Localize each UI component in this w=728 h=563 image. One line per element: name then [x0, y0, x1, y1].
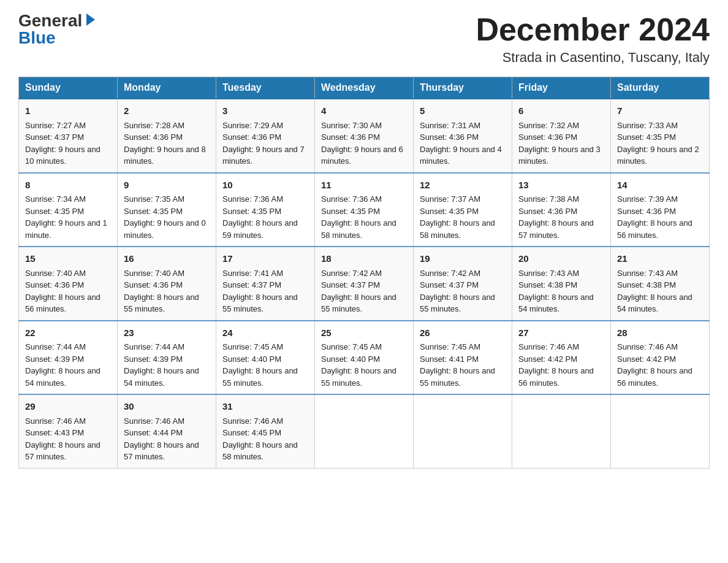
header-thursday: Thursday: [414, 77, 512, 99]
day-info: Sunrise: 7:31 AMSunset: 4:36 PMDaylight:…: [420, 121, 502, 166]
week-row-5: 29Sunrise: 7:46 AMSunset: 4:43 PMDayligh…: [19, 394, 710, 468]
header-saturday: Saturday: [611, 77, 710, 99]
logo-triangle-icon: [86, 13, 95, 26]
calendar-cell: 8Sunrise: 7:34 AMSunset: 4:35 PMDaylight…: [19, 173, 118, 247]
day-number: 2: [124, 104, 210, 118]
day-info: Sunrise: 7:40 AMSunset: 4:36 PMDaylight:…: [124, 269, 199, 314]
day-number: 12: [420, 178, 506, 193]
day-info: Sunrise: 7:39 AMSunset: 4:36 PMDaylight:…: [617, 194, 692, 240]
day-number: 29: [25, 400, 111, 414]
day-number: 18: [321, 252, 407, 266]
header-monday: Monday: [118, 77, 216, 99]
header-tuesday: Tuesday: [216, 77, 315, 99]
day-info: Sunrise: 7:37 AMSunset: 4:35 PMDaylight:…: [420, 194, 495, 240]
day-info: Sunrise: 7:43 AMSunset: 4:38 PMDaylight:…: [617, 269, 692, 314]
day-info: Sunrise: 7:28 AMSunset: 4:36 PMDaylight:…: [124, 121, 206, 166]
day-info: Sunrise: 7:42 AMSunset: 4:37 PMDaylight:…: [420, 269, 495, 314]
day-number: 26: [420, 326, 506, 340]
calendar-cell: 15Sunrise: 7:40 AMSunset: 4:36 PMDayligh…: [19, 247, 118, 321]
calendar-cell: 14Sunrise: 7:39 AMSunset: 4:36 PMDayligh…: [611, 173, 710, 247]
day-number: 17: [222, 252, 308, 266]
calendar-cell: [315, 394, 414, 468]
calendar-cell: 11Sunrise: 7:36 AMSunset: 4:35 PMDayligh…: [315, 173, 414, 247]
day-info: Sunrise: 7:32 AMSunset: 4:36 PMDaylight:…: [518, 121, 601, 166]
day-info: Sunrise: 7:46 AMSunset: 4:45 PMDaylight:…: [222, 416, 298, 462]
day-number: 8: [25, 178, 111, 193]
day-number: 19: [420, 252, 506, 266]
week-row-4: 22Sunrise: 7:44 AMSunset: 4:39 PMDayligh…: [19, 321, 710, 395]
title-block: December 2024 Strada in Casentino, Tusca…: [476, 12, 710, 66]
day-number: 25: [321, 326, 407, 340]
calendar-cell: 25Sunrise: 7:45 AMSunset: 4:40 PMDayligh…: [315, 321, 414, 395]
header-friday: Friday: [512, 77, 611, 99]
day-info: Sunrise: 7:36 AMSunset: 4:35 PMDaylight:…: [321, 194, 396, 240]
day-number: 10: [222, 178, 308, 193]
calendar-cell: 29Sunrise: 7:46 AMSunset: 4:43 PMDayligh…: [19, 394, 118, 468]
logo-general-text: General: [18, 12, 82, 29]
day-number: 15: [25, 252, 111, 266]
day-number: 11: [321, 178, 407, 193]
calendar-cell: 26Sunrise: 7:45 AMSunset: 4:41 PMDayligh…: [414, 321, 512, 395]
page-header: General Blue December 2024 Strada in Cas…: [18, 12, 710, 66]
calendar-cell: 4Sunrise: 7:30 AMSunset: 4:36 PMDaylight…: [315, 99, 414, 173]
day-info: Sunrise: 7:42 AMSunset: 4:37 PMDaylight:…: [321, 269, 396, 314]
calendar-cell: 2Sunrise: 7:28 AMSunset: 4:36 PMDaylight…: [118, 99, 216, 173]
calendar-cell: 27Sunrise: 7:46 AMSunset: 4:42 PMDayligh…: [512, 321, 611, 395]
day-info: Sunrise: 7:46 AMSunset: 4:44 PMDaylight:…: [124, 416, 199, 462]
location-title: Strada in Casentino, Tuscany, Italy: [476, 50, 710, 66]
calendar-cell: 10Sunrise: 7:36 AMSunset: 4:35 PMDayligh…: [216, 173, 315, 247]
day-number: 3: [222, 104, 308, 118]
day-number: 13: [518, 178, 604, 193]
calendar-cell: 31Sunrise: 7:46 AMSunset: 4:45 PMDayligh…: [216, 394, 315, 468]
month-title: December 2024: [476, 12, 710, 47]
calendar-cell: 19Sunrise: 7:42 AMSunset: 4:37 PMDayligh…: [414, 247, 512, 321]
day-number: 16: [124, 252, 210, 266]
day-number: 24: [222, 326, 308, 340]
calendar-cell: 21Sunrise: 7:43 AMSunset: 4:38 PMDayligh…: [611, 247, 710, 321]
day-info: Sunrise: 7:43 AMSunset: 4:38 PMDaylight:…: [518, 269, 594, 314]
day-info: Sunrise: 7:45 AMSunset: 4:40 PMDaylight:…: [222, 342, 298, 388]
header-wednesday: Wednesday: [315, 77, 414, 99]
calendar-cell: [512, 394, 611, 468]
day-number: 23: [124, 326, 210, 340]
day-info: Sunrise: 7:34 AMSunset: 4:35 PMDaylight:…: [25, 194, 107, 240]
day-number: 9: [124, 178, 210, 193]
calendar-cell: 16Sunrise: 7:40 AMSunset: 4:36 PMDayligh…: [118, 247, 216, 321]
day-number: 22: [25, 326, 111, 340]
day-info: Sunrise: 7:46 AMSunset: 4:42 PMDaylight:…: [518, 342, 594, 388]
calendar-cell: 23Sunrise: 7:44 AMSunset: 4:39 PMDayligh…: [118, 321, 216, 395]
calendar-table: Sunday Monday Tuesday Wednesday Thursday…: [18, 77, 710, 469]
logo-blue-text: Blue: [18, 29, 56, 47]
day-info: Sunrise: 7:40 AMSunset: 4:36 PMDaylight:…: [25, 269, 100, 314]
day-number: 28: [617, 326, 703, 340]
day-info: Sunrise: 7:30 AMSunset: 4:36 PMDaylight:…: [321, 121, 403, 166]
calendar-cell: 22Sunrise: 7:44 AMSunset: 4:39 PMDayligh…: [19, 321, 118, 395]
calendar-cell: 20Sunrise: 7:43 AMSunset: 4:38 PMDayligh…: [512, 247, 611, 321]
calendar-cell: 12Sunrise: 7:37 AMSunset: 4:35 PMDayligh…: [414, 173, 512, 247]
day-number: 7: [617, 104, 703, 118]
day-number: 4: [321, 104, 407, 118]
day-info: Sunrise: 7:45 AMSunset: 4:40 PMDaylight:…: [321, 342, 396, 388]
day-info: Sunrise: 7:45 AMSunset: 4:41 PMDaylight:…: [420, 342, 495, 388]
calendar-cell: 18Sunrise: 7:42 AMSunset: 4:37 PMDayligh…: [315, 247, 414, 321]
day-number: 14: [617, 178, 703, 193]
logo: General Blue: [18, 12, 97, 47]
day-number: 30: [124, 400, 210, 414]
day-info: Sunrise: 7:29 AMSunset: 4:36 PMDaylight:…: [222, 121, 305, 166]
day-info: Sunrise: 7:38 AMSunset: 4:36 PMDaylight:…: [518, 194, 594, 240]
calendar-cell: 30Sunrise: 7:46 AMSunset: 4:44 PMDayligh…: [118, 394, 216, 468]
day-number: 21: [617, 252, 703, 266]
day-info: Sunrise: 7:44 AMSunset: 4:39 PMDaylight:…: [124, 342, 199, 388]
day-info: Sunrise: 7:33 AMSunset: 4:35 PMDaylight:…: [617, 121, 699, 166]
calendar-cell: 7Sunrise: 7:33 AMSunset: 4:35 PMDaylight…: [611, 99, 710, 173]
calendar-cell: 5Sunrise: 7:31 AMSunset: 4:36 PMDaylight…: [414, 99, 512, 173]
day-info: Sunrise: 7:27 AMSunset: 4:37 PMDaylight:…: [25, 121, 100, 166]
calendar-cell: [414, 394, 512, 468]
day-number: 20: [518, 252, 604, 266]
calendar-cell: 13Sunrise: 7:38 AMSunset: 4:36 PMDayligh…: [512, 173, 611, 247]
day-info: Sunrise: 7:46 AMSunset: 4:42 PMDaylight:…: [617, 342, 692, 388]
day-number: 27: [518, 326, 604, 340]
calendar-cell: 28Sunrise: 7:46 AMSunset: 4:42 PMDayligh…: [611, 321, 710, 395]
day-number: 31: [222, 400, 308, 414]
calendar-cell: [611, 394, 710, 468]
